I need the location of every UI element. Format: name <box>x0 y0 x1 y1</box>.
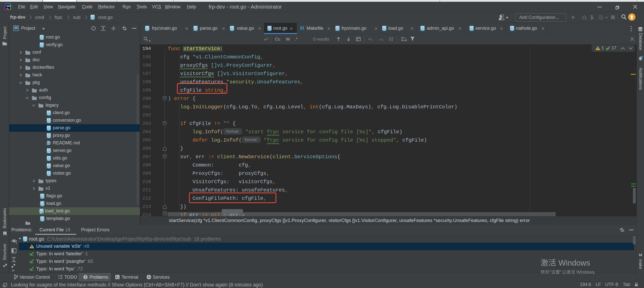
svg-text:“: “ <box>549 270 551 275</box>
svg-text:”: ” <box>560 270 561 275</box>
svg-text:Windows: Windows <box>577 270 594 275</box>
svg-text:MD: MD <box>47 143 50 145</box>
svg-text:Windows: Windows <box>558 259 590 267</box>
